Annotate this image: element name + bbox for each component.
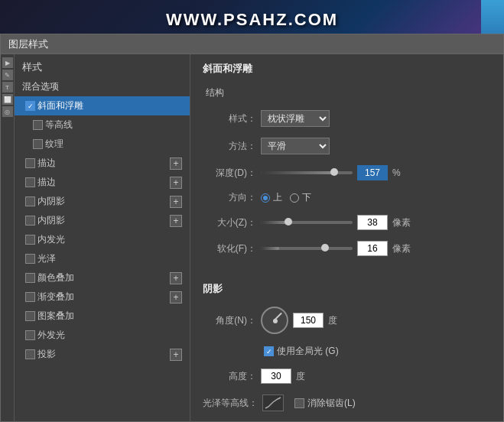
gloss-item[interactable]: 光泽 <box>15 249 190 268</box>
stroke2-checkbox[interactable] <box>25 177 35 187</box>
global-light-checkbox[interactable] <box>264 346 274 356</box>
style-dropdown[interactable]: 枕状浮雕 <box>261 110 330 127</box>
elevation-input[interactable] <box>261 368 291 384</box>
angle-input[interactable] <box>293 313 324 328</box>
elevation-label: 高度： <box>203 370 256 383</box>
anti-alias-checkbox[interactable] <box>294 398 304 408</box>
contour-checkbox[interactable] <box>33 120 43 130</box>
soften-slider[interactable] <box>261 247 353 250</box>
depth-slider[interactable] <box>261 171 353 174</box>
gradient-overlay-plus[interactable]: + <box>170 291 182 304</box>
stroke2-plus[interactable]: + <box>170 177 182 189</box>
styles-header: 样式 <box>15 54 190 77</box>
drop-shadow-plus[interactable]: + <box>170 349 182 361</box>
stroke1-checkbox[interactable] <box>25 158 35 168</box>
contour-item[interactable]: 等高线 <box>15 115 190 135</box>
dialog-titlebar: 图层样式 <box>1 34 503 54</box>
direction-row: 方向： 上 下 <box>203 191 491 204</box>
bevel-section-title: 斜面和浮雕 <box>203 62 491 76</box>
gloss-checkbox[interactable] <box>25 254 35 264</box>
method-label: 方法： <box>203 140 256 153</box>
depth-unit: % <box>392 167 411 178</box>
website-text: WWW.PSAHZ.COM <box>166 10 338 30</box>
right-panel: 斜面和浮雕 结构 样式： 枕状浮雕 方法： 平滑 深度(D)： <box>190 54 503 421</box>
drop-shadow-checkbox[interactable] <box>25 349 35 359</box>
stroke1-plus[interactable]: + <box>170 157 182 170</box>
dialog-title: 图层样式 <box>8 37 48 51</box>
gloss-contour-thumb[interactable] <box>262 394 284 411</box>
inner-shadow1-checkbox[interactable] <box>25 196 35 206</box>
tool-2[interactable]: ✎ <box>2 70 13 80</box>
color-overlay-item[interactable]: 颜色叠加 + <box>15 268 190 287</box>
inner-shadow2-item[interactable]: 内阴影 + <box>15 211 190 230</box>
angle-dial[interactable] <box>261 307 288 334</box>
direction-up-radio[interactable] <box>261 193 270 203</box>
tools-sidebar: ▶ ✎ T ⬜ ◎ <box>1 54 15 421</box>
texture-checkbox[interactable] <box>33 139 43 149</box>
blend-options[interactable]: 混合选项 <box>15 77 190 96</box>
size-label: 大小(Z)： <box>203 216 256 229</box>
tool-1[interactable]: ▶ <box>2 57 13 68</box>
pattern-overlay-item[interactable]: 图案叠加 <box>15 307 190 326</box>
gloss-contour-row: 光泽等高线： 消除锯齿(L) <box>203 394 491 411</box>
global-light-checkbox-group[interactable]: 使用全局光 (G) <box>264 345 339 358</box>
direction-down-radio[interactable] <box>290 193 299 203</box>
size-input[interactable] <box>357 215 388 230</box>
gradient-overlay-checkbox[interactable] <box>25 292 35 302</box>
inner-shadow1-plus[interactable]: + <box>170 196 182 208</box>
size-unit: 像素 <box>392 216 411 229</box>
tool-4[interactable]: ⬜ <box>2 94 13 105</box>
soften-row: 软化(F)： 像素 <box>203 241 491 256</box>
tool-5[interactable]: ◎ <box>2 106 13 117</box>
method-dropdown[interactable]: 平滑 <box>261 138 330 154</box>
angle-unit: 度 <box>328 314 346 327</box>
outer-glow-item[interactable]: 外发光 <box>15 326 190 345</box>
tool-3[interactable]: T <box>2 82 13 93</box>
color-overlay-checkbox[interactable] <box>25 273 35 283</box>
pattern-overlay-checkbox[interactable] <box>25 311 35 321</box>
structure-subtitle: 结构 <box>206 86 491 99</box>
angle-label: 角度(N)： <box>203 314 256 327</box>
inner-glow-checkbox[interactable] <box>25 235 35 245</box>
direction-label: 方向： <box>203 191 256 204</box>
outer-glow-checkbox[interactable] <box>25 330 35 340</box>
soften-label: 软化(F)： <box>203 242 256 255</box>
texture-item[interactable]: 纹理 <box>15 135 190 154</box>
depth-input[interactable] <box>357 165 388 180</box>
inner-shadow1-item[interactable]: 内阴影 + <box>15 192 190 211</box>
color-overlay-plus[interactable]: + <box>170 272 182 284</box>
anti-alias-group[interactable]: 消除锯齿(L) <box>294 397 356 410</box>
soften-unit: 像素 <box>392 242 411 255</box>
gradient-overlay-item[interactable]: 渐变叠加 + <box>15 287 190 307</box>
dial-indicator <box>274 313 282 321</box>
inner-glow-item[interactable]: 内发光 <box>15 230 190 249</box>
method-row: 方法： 平滑 <box>203 138 491 154</box>
bevel-item[interactable]: 斜面和浮雕 <box>15 96 190 115</box>
soften-input[interactable] <box>357 241 388 256</box>
direction-up-option[interactable]: 上 <box>261 191 282 204</box>
bevel-checkbox[interactable] <box>25 101 35 111</box>
dialog-body: ▶ ✎ T ⬜ ◎ 样式 混合选项 斜面和浮雕 等高线 <box>1 54 503 421</box>
inner-shadow2-plus[interactable]: + <box>170 215 182 227</box>
size-slider[interactable] <box>261 221 353 224</box>
elevation-row: 高度： 度 <box>203 368 491 384</box>
global-light-label: 使用全局光 (G) <box>277 345 339 358</box>
global-light-row: 使用全局光 (G) <box>203 345 491 358</box>
direction-down-label: 下 <box>302 191 311 204</box>
depth-row: 深度(D)： % <box>203 165 491 180</box>
inner-shadow2-checkbox[interactable] <box>25 216 35 226</box>
stroke2-item[interactable]: 描边 + <box>15 173 190 192</box>
gloss-curve-svg <box>264 396 282 410</box>
shadow-section-title: 阴影 <box>203 282 491 296</box>
direction-radio-group: 上 下 <box>261 191 311 204</box>
stroke1-item[interactable]: 描边 + <box>15 154 190 173</box>
gloss-contour-label: 光泽等高线： <box>203 397 258 410</box>
style-label: 样式： <box>203 112 256 125</box>
elevation-unit: 度 <box>296 370 314 383</box>
depth-label: 深度(D)： <box>203 167 256 180</box>
drop-shadow-item[interactable]: 投影 + <box>15 345 190 364</box>
direction-down-option[interactable]: 下 <box>290 191 311 204</box>
size-row: 大小(Z)： 像素 <box>203 215 491 230</box>
left-panel: 样式 混合选项 斜面和浮雕 等高线 纹理 <box>15 54 190 421</box>
layer-style-dialog: 图层样式 ▶ ✎ T ⬜ ◎ 样式 混合选项 斜面和浮雕 <box>0 34 504 422</box>
